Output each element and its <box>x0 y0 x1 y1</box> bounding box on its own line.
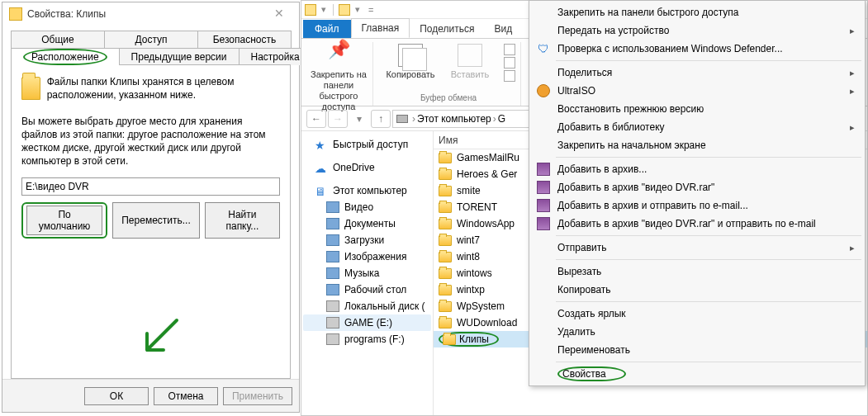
context-menu-item[interactable]: Добавить в архив "видео DVR.rar" <box>531 178 863 196</box>
paste-shortcut-button[interactable] <box>504 70 515 82</box>
library-icon <box>326 218 339 229</box>
folder-icon <box>9 7 22 21</box>
paste-button[interactable]: Вставить <box>441 44 499 82</box>
nav-videos[interactable]: Видео <box>303 199 431 215</box>
context-menu-item[interactable]: UltraISO▸ <box>531 82 863 100</box>
context-menu-label: Закрепить на панели быстрого доступа <box>557 7 739 18</box>
context-menu-item[interactable]: Удалить <box>531 323 863 341</box>
tab-security[interactable]: Безопасность <box>197 31 292 48</box>
context-menu-item[interactable]: Отправить▸ <box>531 239 863 257</box>
file-name-label: smite <box>457 185 481 196</box>
find-target-button[interactable]: Найти папку... <box>205 202 280 239</box>
nav-label: Этот компьютер <box>333 185 407 196</box>
file-name-label: TORENT <box>457 201 497 213</box>
pin-to-quick-access-button[interactable]: 📌 Закрепить на панели быстрого доступа <box>310 44 368 112</box>
context-menu-label: Копировать <box>557 284 611 295</box>
nav-recent-button[interactable]: ▾ <box>349 110 369 128</box>
nav-programs-drive[interactable]: programs (F:) <box>303 331 431 347</box>
context-menu-item[interactable]: Копировать <box>531 281 863 299</box>
move-button[interactable]: Переместить... <box>112 202 200 239</box>
separator <box>333 4 334 16</box>
context-menu-item[interactable]: Восстановить прежнюю версию <box>531 100 863 118</box>
context-menu-item[interactable]: Закрепить на начальном экране <box>531 136 863 154</box>
nav-documents[interactable]: Документы <box>303 215 431 232</box>
dialog-footer: ОК Отмена Применить <box>2 379 299 412</box>
ok-button[interactable]: ОК <box>84 387 149 405</box>
context-menu-item[interactable]: Переименовать <box>531 341 863 359</box>
qat-chevron-icon[interactable]: ▾ <box>353 4 362 15</box>
file-name-label: Клипы <box>459 333 489 345</box>
context-menu-item[interactable]: Добавить в библиотеку▸ <box>531 118 863 136</box>
chevron-right-icon: › <box>493 113 496 125</box>
separator <box>556 259 861 260</box>
nav-back-button[interactable]: ← <box>306 110 326 128</box>
copy-path-button[interactable] <box>504 57 515 69</box>
properties-dialog: Свойства: Клипы ✕ Общие Доступ Безопасно… <box>2 2 300 413</box>
nav-downloads[interactable]: Загрузки <box>303 232 431 248</box>
tab-general[interactable]: Общие <box>11 31 105 48</box>
nav-game-drive[interactable]: GAME (E:) <box>303 314 431 331</box>
paste-label: Вставить <box>451 69 490 80</box>
nav-up-button[interactable]: ↑ <box>371 110 391 128</box>
navigation-pane[interactable]: ★Быстрый доступ ☁OneDrive 🖥Этот компьюте… <box>301 131 434 415</box>
tab-sharing[interactable]: Доступ <box>104 31 198 48</box>
tab-location[interactable]: Расположение <box>11 48 120 65</box>
nav-desktop[interactable]: Рабочий стол <box>303 281 431 298</box>
nav-label: Видео <box>344 201 373 213</box>
folder-icon <box>439 235 452 246</box>
cut-button[interactable] <box>504 44 515 55</box>
breadcrumb-segment[interactable]: Этот компьютер <box>417 113 491 125</box>
ribbon-tab-home[interactable]: Главная <box>351 18 410 38</box>
nav-forward-button[interactable]: → <box>328 110 348 128</box>
context-menu-item[interactable]: Добавить в архив "видео DVR.rar" и отпра… <box>531 215 863 233</box>
separator <box>556 60 861 61</box>
cancel-button[interactable]: Отмена <box>154 387 218 405</box>
nav-label: GAME (E:) <box>344 317 392 329</box>
nav-onedrive[interactable]: ☁OneDrive <box>303 159 431 176</box>
context-menu-label: Передать на устройство <box>557 25 669 36</box>
context-menu-label: Добавить в архив... <box>557 163 647 175</box>
tab-previous-versions[interactable]: Предыдущие версии <box>119 48 240 65</box>
close-icon[interactable]: ✕ <box>263 4 296 24</box>
context-menu-item[interactable]: Закрепить на панели быстрого доступа <box>531 3 863 21</box>
context-menu-item[interactable]: 🛡Проверка с использованием Windows Defen… <box>531 40 863 58</box>
context-menu-item[interactable]: Вырезать <box>531 262 863 281</box>
qat-overflow-icon[interactable]: = <box>367 5 375 15</box>
folder-icon <box>439 219 452 229</box>
nav-pictures[interactable]: Изображения <box>303 248 431 265</box>
drive-icon <box>326 333 339 345</box>
shield-icon: 🛡 <box>536 41 551 56</box>
nav-quick-access[interactable]: ★Быстрый доступ <box>303 136 431 153</box>
apply-button[interactable]: Применить <box>223 387 292 405</box>
location-desc-2: Вы можете выбрать другое место для хране… <box>21 115 280 168</box>
context-menu-item[interactable]: Передать на устройство▸ <box>531 21 863 40</box>
ribbon-group-pin: 📌 Закрепить на панели быстрого доступа <box>305 42 373 106</box>
context-menu-item[interactable]: Добавить в архив... <box>531 160 863 178</box>
restore-default-button[interactable]: По умолчанию <box>26 206 102 235</box>
chevron-right-icon: ▸ <box>850 68 855 78</box>
ribbon-file-tab[interactable]: Файл <box>303 20 351 38</box>
context-menu-label: UltraISO <box>557 85 595 97</box>
nav-music[interactable]: Музыка <box>303 265 431 281</box>
copy-button[interactable]: Копировать <box>382 44 439 82</box>
context-menu-item[interactable]: Добавить в архив и отправить по e-mail..… <box>531 196 863 215</box>
arrow-left-icon: ← <box>311 113 321 125</box>
context-menu-item[interactable]: Поделиться▸ <box>531 64 863 82</box>
file-name-label: GamesMailRu <box>457 152 519 163</box>
separator <box>556 235 861 236</box>
context-menu-item[interactable]: Свойства <box>531 365 863 383</box>
arrow-up-icon: ↑ <box>378 113 383 125</box>
nav-label: Быстрый доступ <box>333 139 408 150</box>
nav-this-pc[interactable]: 🖥Этот компьютер <box>303 182 431 199</box>
ribbon-tab-view[interactable]: Вид <box>484 20 522 38</box>
ribbon-tab-share[interactable]: Поделиться <box>410 20 484 38</box>
pc-icon: 🖥 <box>315 185 328 196</box>
nav-local-disk[interactable]: Локальный диск ( <box>303 298 431 314</box>
ultraiso-icon <box>536 83 551 98</box>
breadcrumb-segment[interactable]: G <box>498 113 505 125</box>
library-icon <box>326 284 339 295</box>
context-menu-label: Восстановить прежнюю версию <box>557 103 704 115</box>
target-path-input[interactable] <box>21 177 280 196</box>
context-menu-item[interactable]: Создать ярлык <box>531 305 863 323</box>
qat-chevron-icon[interactable]: ▾ <box>320 4 328 15</box>
